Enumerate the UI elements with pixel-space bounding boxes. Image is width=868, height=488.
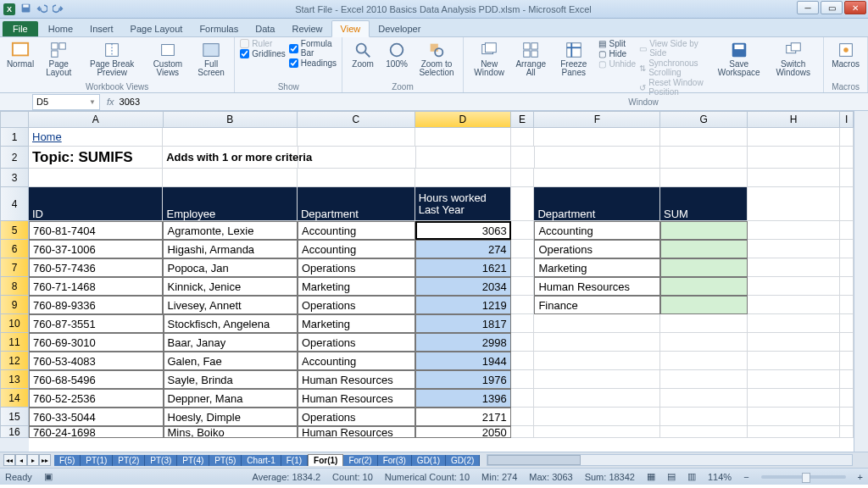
- cell[interactable]: [534, 169, 660, 187]
- cell[interactable]: 760-37-1006: [29, 240, 163, 258]
- cell[interactable]: Operations: [298, 258, 415, 277]
- cell[interactable]: [748, 370, 840, 389]
- column-header[interactable]: I: [840, 111, 854, 128]
- cell[interactable]: 760-24-1698: [29, 426, 164, 438]
- cell-active[interactable]: 3063: [415, 221, 511, 240]
- tab-formulas[interactable]: Formulas: [191, 21, 247, 36]
- cell[interactable]: 1219: [415, 296, 511, 314]
- vertical-scrollbar[interactable]: [854, 111, 868, 452]
- cell[interactable]: [840, 408, 854, 426]
- cell[interactable]: Deppner, Mana: [164, 389, 298, 408]
- column-header[interactable]: D: [415, 111, 511, 128]
- cell[interactable]: [511, 221, 535, 240]
- cell[interactable]: [748, 187, 840, 221]
- cell[interactable]: [840, 370, 854, 389]
- cell[interactable]: [163, 169, 297, 187]
- sheet-tab[interactable]: PT(5): [209, 455, 242, 466]
- cell[interactable]: Galen, Fae: [164, 352, 298, 370]
- cell[interactable]: [511, 277, 535, 296]
- row-header[interactable]: 3: [0, 169, 29, 187]
- formula-bar-checkbox[interactable]: Formula Bar: [289, 39, 337, 58]
- cell[interactable]: Human Resources: [298, 370, 415, 389]
- cell[interactable]: [534, 333, 660, 352]
- cell[interactable]: [660, 240, 748, 258]
- cell[interactable]: [660, 296, 748, 314]
- column-header[interactable]: A: [29, 111, 164, 128]
- cell[interactable]: [511, 169, 535, 187]
- cell[interactable]: [748, 277, 840, 296]
- cell[interactable]: [660, 333, 748, 352]
- zoom-in-button[interactable]: +: [858, 472, 863, 482]
- row-header[interactable]: 5: [0, 221, 29, 240]
- cell[interactable]: [534, 389, 660, 408]
- cell[interactable]: [840, 258, 854, 277]
- status-zoom[interactable]: 114%: [708, 472, 732, 482]
- column-header[interactable]: F: [534, 111, 660, 128]
- cell[interactable]: [511, 296, 535, 314]
- cell[interactable]: 2998: [415, 333, 511, 352]
- cell[interactable]: [511, 333, 535, 352]
- view-normal-icon[interactable]: ▦: [647, 471, 655, 482]
- cell[interactable]: [511, 426, 535, 438]
- cell[interactable]: [660, 147, 748, 169]
- column-header[interactable]: E: [511, 111, 535, 128]
- undo-icon[interactable]: [36, 3, 47, 14]
- cell-grid[interactable]: A B C D E F G H I Home Topic: SUMIFSAdds…: [29, 111, 854, 452]
- zoom-button[interactable]: Zoom: [348, 39, 378, 70]
- gridlines-checkbox[interactable]: Gridlines: [240, 49, 285, 58]
- row-header[interactable]: 14: [0, 389, 29, 408]
- cell[interactable]: [415, 169, 511, 187]
- cell[interactable]: [840, 169, 854, 187]
- cell[interactable]: Operations: [298, 333, 415, 352]
- cell[interactable]: Department: [534, 187, 660, 221]
- cell[interactable]: [535, 147, 660, 169]
- save-icon[interactable]: [20, 3, 31, 14]
- cell[interactable]: [660, 370, 748, 389]
- cell[interactable]: Sayle, Brinda: [164, 370, 298, 389]
- sheet-tab[interactable]: PT(3): [145, 455, 177, 466]
- tab-insert[interactable]: Insert: [81, 21, 122, 36]
- cell[interactable]: [840, 240, 854, 258]
- column-header[interactable]: C: [298, 111, 415, 128]
- view-break-icon[interactable]: ▥: [687, 471, 696, 482]
- cell[interactable]: 1817: [415, 314, 511, 333]
- cell[interactable]: [511, 389, 535, 408]
- cell[interactable]: 760-89-9336: [29, 296, 163, 314]
- cell[interactable]: [748, 147, 840, 169]
- sheet-tab[interactable]: For(2): [343, 455, 377, 466]
- cell[interactable]: [748, 389, 840, 408]
- cell[interactable]: Mins, Boiko: [164, 426, 298, 438]
- sheet-tab[interactable]: F(5): [54, 455, 81, 466]
- freeze-panes-button[interactable]: Freeze Panes: [552, 39, 595, 79]
- cell[interactable]: Employee: [163, 187, 297, 221]
- sheet-tab[interactable]: Chart-1: [242, 455, 281, 466]
- cell[interactable]: [534, 426, 660, 438]
- split-button[interactable]: ▤Split: [598, 39, 636, 48]
- cell[interactable]: [511, 258, 535, 277]
- cell[interactable]: [840, 277, 854, 296]
- new-window-button[interactable]: New Window: [469, 39, 510, 79]
- cell[interactable]: 760-81-7404: [29, 221, 163, 240]
- cell[interactable]: Operations: [298, 296, 415, 314]
- cell[interactable]: [748, 314, 840, 333]
- cell[interactable]: Department: [298, 187, 415, 221]
- cell[interactable]: [163, 128, 297, 147]
- cell[interactable]: [511, 352, 535, 370]
- name-box[interactable]: D5▼: [32, 94, 100, 110]
- cell[interactable]: [748, 128, 840, 147]
- minimize-button[interactable]: ─: [797, 1, 819, 14]
- cell[interactable]: Marketing: [534, 258, 660, 277]
- row-header[interactable]: 15: [0, 408, 29, 426]
- cell[interactable]: Livesey, Annett: [163, 296, 297, 314]
- cell[interactable]: [748, 169, 840, 187]
- sheet-tab[interactable]: PT(2): [113, 455, 145, 466]
- cell[interactable]: [511, 187, 535, 221]
- row-header[interactable]: 1: [0, 128, 29, 147]
- full-screen-button[interactable]: Full Screen: [193, 39, 229, 79]
- cell[interactable]: Higashi, Armanda: [163, 240, 297, 258]
- row-header[interactable]: 11: [0, 333, 29, 352]
- cell[interactable]: Operations: [534, 240, 660, 258]
- tab-nav-prev[interactable]: ◂: [15, 454, 27, 466]
- cell[interactable]: Human Resources: [298, 426, 415, 438]
- chevron-down-icon[interactable]: ▼: [89, 98, 96, 106]
